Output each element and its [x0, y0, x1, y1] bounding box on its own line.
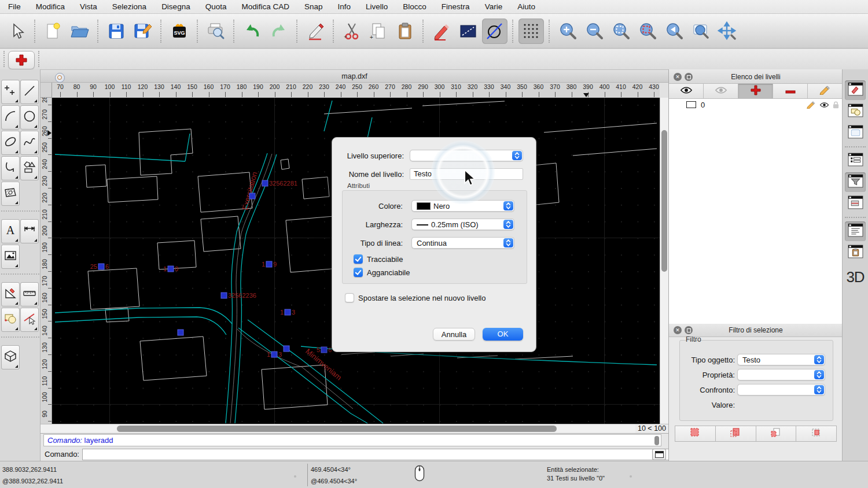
toolbar-button-redo[interactable]: [266, 19, 292, 44]
tool-button-line[interactable]: [20, 80, 39, 104]
layer-toolbar-button-hide-all-eye[interactable]: [704, 84, 738, 99]
menu-item-modifica[interactable]: Modifica: [36, 2, 65, 11]
command-window-toggle-button[interactable]: [652, 449, 666, 460]
menu-item-seleziona[interactable]: Seleziona: [112, 2, 146, 11]
tool-button-arc[interactable]: [1, 105, 20, 130]
filter-button-filter-add-selection[interactable]: [716, 426, 756, 442]
toolbar-button-grid-toggle[interactable]: [518, 19, 544, 44]
layer-edit-pencil-icon[interactable]: [807, 101, 816, 109]
filter-dropdown[interactable]: [737, 384, 825, 395]
dock-button-library-window[interactable]: [845, 123, 866, 143]
toolbar-button-zoom-previous[interactable]: [661, 19, 687, 44]
color-dropdown[interactable]: Nero: [411, 200, 514, 212]
layer-name-input[interactable]: Testo: [410, 168, 523, 180]
dock-button-filter-window[interactable]: [845, 172, 866, 192]
toolbar-button-print-preview[interactable]: [203, 19, 229, 44]
ok-button[interactable]: OK: [483, 328, 523, 341]
layer-toolbar-button-add-layer-plus[interactable]: [738, 84, 773, 99]
cancel-button[interactable]: Annulla: [433, 328, 475, 341]
menu-item-aiuto[interactable]: Aiuto: [517, 2, 535, 11]
menu-item-finestra[interactable]: Finestra: [442, 2, 470, 11]
dock-button-command-window[interactable]: [845, 221, 866, 241]
tool-button-solid[interactable]: [1, 345, 20, 369]
toolbar-button-open-folder[interactable]: [67, 19, 93, 44]
menu-item-livello[interactable]: Livello: [366, 2, 388, 11]
toolbar-button-save[interactable]: [104, 19, 129, 44]
filter-button-filter-intersect-selection[interactable]: [796, 426, 837, 442]
toolbar-button-zoom-in[interactable]: [555, 19, 580, 44]
dock-button-layer-list-window[interactable]: [845, 80, 866, 100]
dock-3d-label[interactable]: 3D: [843, 268, 868, 286]
dock-button-clipboard-window[interactable]: [845, 243, 866, 263]
toolbar-button-zoom-selection[interactable]: [635, 19, 660, 44]
dock-button-block-list-window[interactable]: [845, 102, 866, 121]
toolbar-button-zoom-pan[interactable]: [715, 19, 740, 44]
filter-row: Proprietà:: [669, 369, 843, 382]
toolbar-button-save-as[interactable]: [130, 19, 156, 44]
toolbar-button-svg-export[interactable]: SVG: [167, 19, 192, 44]
menu-item-quota[interactable]: Quota: [205, 2, 227, 11]
tool-button-draft[interactable]: [1, 282, 20, 306]
toolbar-button-selection-rect[interactable]: [455, 19, 481, 44]
layer-lock-icon[interactable]: [833, 101, 839, 109]
menu-item-snap[interactable]: Snap: [304, 2, 323, 11]
toolbar-button-draw-pencil[interactable]: [429, 19, 454, 44]
horizontal-scrollbar[interactable]: [41, 424, 635, 433]
menu-item-info[interactable]: Info: [338, 2, 351, 11]
tool-button-points[interactable]: [1, 80, 20, 104]
cad-main-menu-button[interactable]: [8, 51, 35, 69]
layer-toolbar-button-edit-layer-pencil[interactable]: [808, 84, 843, 99]
snappable-checkbox[interactable]: [354, 268, 363, 277]
horizontal-scrollbar-thumb[interactable]: [117, 426, 557, 432]
command-input[interactable]: [82, 449, 689, 460]
toolbar-button-zoom-auto[interactable]: [608, 19, 634, 44]
toolbar-button-undo[interactable]: [240, 19, 265, 44]
tool-button-hatch[interactable]: [1, 182, 20, 206]
command-history-scrollbar[interactable]: [654, 436, 659, 445]
filter-dropdown[interactable]: Testo: [737, 354, 825, 365]
dock-button-property-window[interactable]: [845, 151, 866, 171]
layer-row[interactable]: 0: [669, 99, 843, 110]
parent-layer-dropdown[interactable]: [410, 150, 523, 161]
tool-button-text[interactable]: A: [1, 219, 20, 243]
toolbar-button-paste[interactable]: [392, 19, 418, 44]
menu-item-disegna[interactable]: Disegna: [161, 2, 190, 11]
toolbar-button-zoom-window[interactable]: [688, 19, 713, 44]
menu-item-blocco[interactable]: Blocco: [403, 2, 426, 11]
toolbar-button-construction-mode[interactable]: [482, 19, 507, 44]
menu-item-file[interactable]: File: [8, 2, 21, 11]
menu-item-modifica-cad[interactable]: Modifica CAD: [241, 2, 289, 11]
tool-button-image[interactable]: [1, 245, 20, 269]
toolbar-button-new-file[interactable]: [41, 19, 66, 44]
tool-button-dimension[interactable]: [20, 219, 39, 243]
layer-visibility-eye-icon[interactable]: [819, 102, 829, 108]
toolbar-button-zoom-out[interactable]: [582, 19, 607, 44]
filter-button-filter-remove-selection[interactable]: [756, 426, 797, 442]
toolbar-button-edit-pencil[interactable]: [303, 19, 328, 44]
toolbar-button-pointer[interactable]: [4, 19, 30, 44]
tool-button-measure[interactable]: [20, 282, 39, 306]
tool-button-polyline[interactable]: [1, 156, 20, 180]
plottable-checkbox[interactable]: [354, 254, 363, 264]
menu-item-vista[interactable]: Vista: [80, 2, 97, 11]
lineweight-dropdown[interactable]: 0.25mm (ISO): [411, 219, 514, 230]
tool-button-modify[interactable]: [20, 308, 39, 332]
toolbar-button-copy[interactable]: +: [366, 19, 391, 44]
layer-toolbar-button-remove-layer-minus[interactable]: [773, 84, 808, 99]
filter-button-filter-select-all[interactable]: [675, 426, 716, 442]
vertical-scrollbar[interactable]: [660, 98, 668, 424]
tool-button-ellipse[interactable]: [1, 131, 20, 155]
linetype-dropdown[interactable]: Continua: [411, 237, 514, 249]
filter-dropdown[interactable]: [737, 369, 825, 380]
tool-button-blocks[interactable]: [1, 308, 20, 332]
toolbar-button-cut[interactable]: +: [339, 19, 365, 44]
menu-item-varie[interactable]: Varie: [485, 2, 503, 11]
dock-button-viewport-window[interactable]: [845, 194, 866, 213]
tool-button-circle[interactable]: [20, 105, 39, 130]
layer-select-box[interactable]: [686, 101, 696, 108]
layer-toolbar-button-show-all-eye[interactable]: [669, 84, 704, 99]
tool-button-shapes[interactable]: [20, 156, 39, 180]
move-selection-checkbox[interactable]: [345, 293, 354, 302]
vertical-scrollbar-thumb[interactable]: [661, 130, 667, 272]
tool-button-spline[interactable]: [20, 131, 39, 155]
